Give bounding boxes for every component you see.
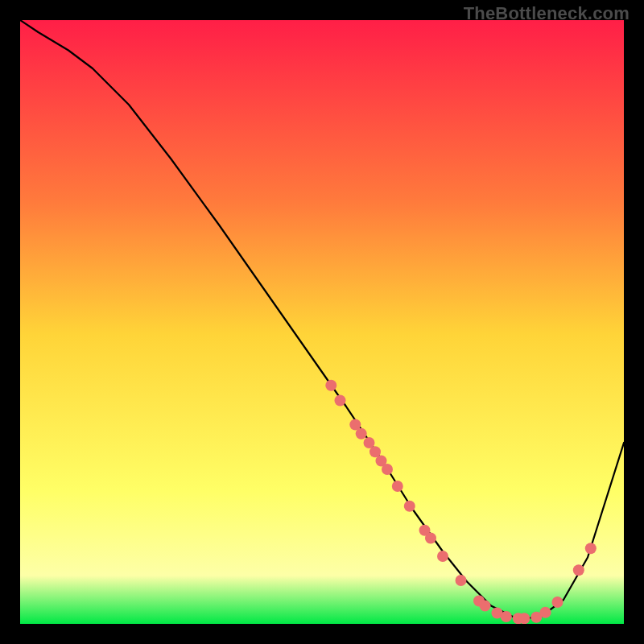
curve-marker <box>518 613 530 624</box>
curve-marker <box>437 551 448 562</box>
curve-marker <box>540 607 551 618</box>
curve-marker <box>335 395 346 407</box>
chart-plot-area <box>20 20 624 624</box>
curve-marker <box>392 481 403 492</box>
chart-background <box>20 20 624 624</box>
curve-marker <box>552 597 564 608</box>
curve-marker <box>585 543 597 554</box>
curve-marker <box>456 575 467 586</box>
curve-marker <box>325 380 336 391</box>
curve-marker <box>425 533 436 544</box>
curve-marker <box>480 601 491 612</box>
chart-svg <box>20 20 624 624</box>
curve-marker <box>573 564 584 576</box>
curve-marker <box>356 428 367 440</box>
chart-stage: TheBottleneck.com <box>0 0 644 644</box>
curve-marker <box>404 501 415 512</box>
curve-marker <box>382 464 393 475</box>
curve-marker <box>501 611 512 622</box>
